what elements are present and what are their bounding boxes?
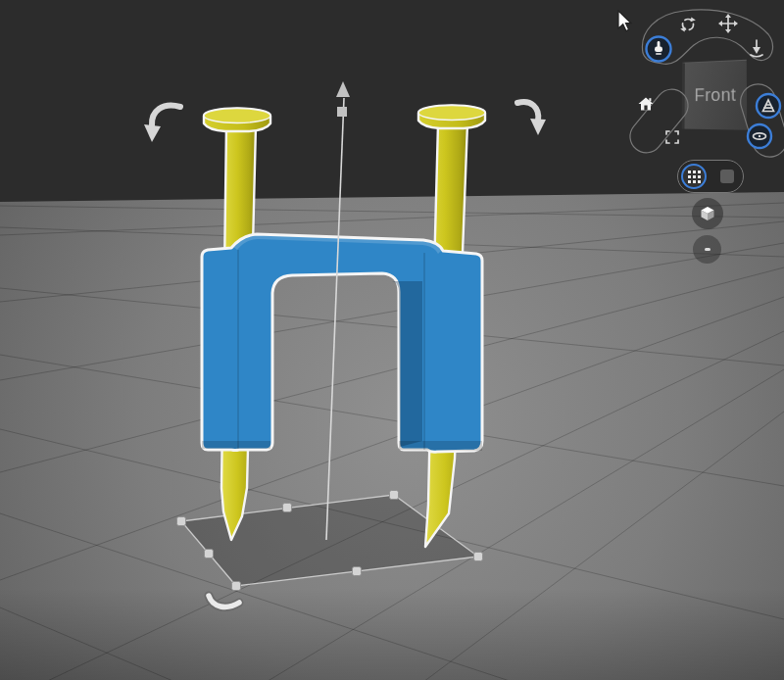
selection-handle-mid-se[interactable] (353, 567, 362, 576)
pan-tool-button[interactable] (718, 14, 738, 33)
3d-viewport[interactable]: Front (0, 0, 784, 680)
clip-bottom-shade-left (202, 441, 270, 449)
zoom-fit-icon (751, 40, 762, 57)
selection-handle-mid-sw[interactable] (205, 550, 214, 559)
grid-dots-icon (688, 170, 701, 183)
home-view-button[interactable] (639, 98, 654, 111)
zoom-tool-button[interactable] (751, 40, 762, 57)
pan-arrows-icon (718, 14, 738, 33)
mouse-cursor (617, 10, 639, 35)
orbit-rotate-icon (680, 18, 696, 32)
cube-icon (700, 206, 715, 221)
select-tool-button[interactable] (647, 37, 671, 62)
solid-square-icon (720, 170, 734, 183)
clip-bottom-shade-right (399, 441, 482, 451)
perspective-view-button[interactable] (757, 94, 780, 118)
fullscreen-icon (666, 131, 678, 143)
point-display-button[interactable] (693, 235, 721, 264)
nav-cube-label: Front (694, 85, 736, 107)
dot-icon (705, 248, 710, 251)
cube-display-button[interactable] (692, 198, 723, 229)
nav-cube-front-face[interactable]: Front (682, 60, 747, 130)
render-mode-toggle (677, 160, 744, 193)
home-icon (639, 98, 654, 111)
orthographic-view-button[interactable] (748, 124, 771, 148)
fullscreen-button[interactable] (666, 131, 678, 143)
selection-handle-mid-nw[interactable] (283, 504, 292, 512)
selection-handle-right[interactable] (474, 553, 483, 561)
bottom-vignette (0, 588, 784, 680)
cursor-arrow-icon (618, 11, 631, 31)
nail-left-head-top (204, 109, 270, 123)
solid-view-button[interactable] (714, 164, 740, 189)
projection-pill (743, 82, 784, 161)
home-pill (632, 83, 686, 160)
selection-handle-front[interactable] (232, 582, 241, 591)
grid-view-button[interactable] (681, 164, 707, 189)
orbit-toolbar (621, 2, 784, 69)
selection-handle-back[interactable] (390, 491, 399, 500)
orbit-tool-button[interactable] (680, 18, 696, 32)
nail-right-head-top (418, 106, 485, 121)
selection-handle-left[interactable] (177, 517, 186, 526)
